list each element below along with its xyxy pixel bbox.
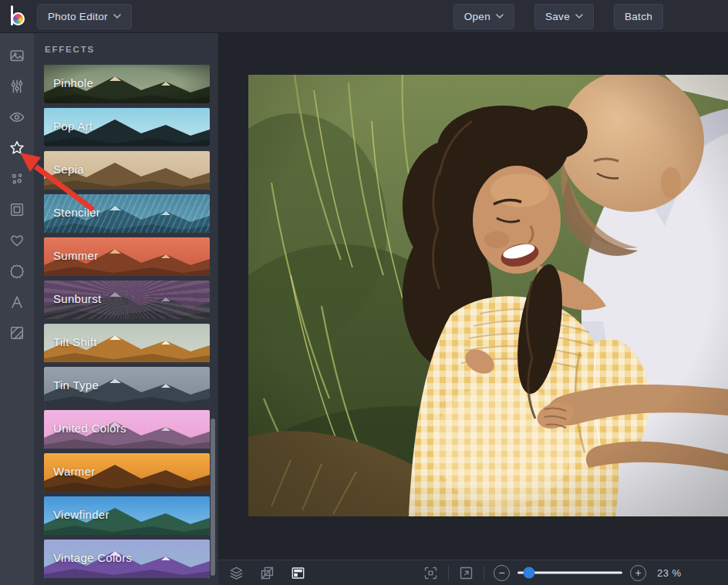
image-icon [8,47,25,64]
panel-scrollbar[interactable] [211,419,215,576]
zoom-out-button[interactable]: − [494,565,510,581]
toolbar-separator [448,566,449,580]
toolbar-right-group: − + 23 % [423,565,685,581]
effect-label: Tilt Shift [53,335,97,348]
effect-united-colors[interactable]: United Colors [44,410,210,449]
effect-label: Vintage Colors [53,551,132,564]
chevron-down-icon [496,14,504,18]
zoom-percent: 23 % [657,567,685,579]
star-icon [8,140,25,156]
toolbar-separator [484,566,484,580]
transform-icon [259,565,275,581]
effects-list: PinholePop ArtSepiaStencilerSummerSunbur… [44,65,218,578]
sliders-icon [8,78,25,95]
effect-pop-art[interactable]: Pop Art [44,108,210,146]
effects-panel: EFFECTS PinholePop ArtSepiaStencilerSumm… [34,33,218,585]
eye-icon [8,109,25,126]
sidebar-tool-dots[interactable] [0,163,34,194]
sidebar-tool-heart[interactable] [0,225,34,256]
layout-icon [290,565,306,581]
effect-label: United Colors [53,422,126,435]
effect-warmer[interactable]: Warmer [44,453,210,492]
heart-icon [8,232,25,249]
fullscreen-icon [458,565,474,581]
sidebar-tool-sliders[interactable] [0,71,34,102]
canvas-photo[interactable] [248,75,728,516]
canvas-area: − + 23 % [218,33,728,585]
badge-icon [8,263,25,280]
sidebar-tool-frame[interactable] [0,194,34,225]
tool-sidebar [0,33,34,585]
save-button-label: Save [545,11,570,22]
effect-label: Summer [53,249,98,262]
plus-icon: + [635,567,641,578]
text-icon [8,294,25,311]
effect-summer[interactable]: Summer [44,237,210,276]
chevron-down-icon [575,14,583,18]
effect-stenciler[interactable]: Stenciler [44,194,210,233]
sidebar-tool-eye[interactable] [0,102,34,133]
toolbar-left-group [228,565,306,581]
logo-color-wheel [12,12,25,25]
texture-icon [8,324,25,341]
effect-label: Sepia [53,163,84,176]
layout-button[interactable] [290,565,306,581]
effect-label: Stenciler [53,206,100,219]
app-root: Photo Editor OpenSaveBatch EFFECTS Pinho… [0,0,728,585]
effect-viewfinder[interactable]: Viewfinder [44,496,210,535]
topbar: Photo Editor OpenSaveBatch [0,0,728,33]
effects-panel-title: EFFECTS [45,45,218,54]
batch-button[interactable]: Batch [614,4,663,29]
layers-button[interactable] [228,565,244,581]
befunky-logo[interactable] [6,3,29,29]
open-button[interactable]: Open [453,4,514,29]
photo-editor-menu-button[interactable]: Photo Editor [37,4,132,29]
chevron-down-icon [113,14,121,18]
effect-label: Pop Art [53,119,93,133]
sidebar-tool-badge[interactable] [0,256,34,287]
effect-label: Pinhole [53,76,93,89]
minus-icon: − [498,567,504,578]
batch-button-label: Batch [625,11,652,22]
effect-label: Viewfinder [53,508,110,521]
effect-label: Tin Type [53,378,99,392]
photo-editor-menu-label: Photo Editor [48,11,108,22]
zoom-in-button[interactable]: + [630,565,646,581]
effect-sunburst[interactable]: Sunburst [44,281,210,319]
open-button-label: Open [464,11,490,22]
effect-vintage-colors[interactable]: Vintage Colors [44,540,210,578]
zoom-slider[interactable] [517,565,622,581]
topbar-actions: OpenSaveBatch [453,4,663,29]
save-button[interactable]: Save [534,4,594,29]
effect-label: Sunburst [53,292,101,305]
fit-screen-icon [423,565,439,581]
effect-tin-type[interactable]: Tin Type [44,367,210,405]
fullscreen-button[interactable] [458,565,474,581]
effect-sepia[interactable]: Sepia [44,151,210,190]
effect-label: Warmer [53,465,96,478]
fit-screen-button[interactable] [423,565,439,581]
effect-pinhole[interactable]: Pinhole [44,65,210,103]
frame-icon [8,201,25,218]
canvas-toolbar: − + 23 % [218,560,728,585]
sidebar-tool-text[interactable] [0,287,34,318]
transform-button[interactable] [259,565,275,581]
sidebar-tool-image[interactable] [0,40,34,71]
zoom-slider-knob[interactable] [523,567,534,579]
layers-icon [228,565,244,581]
dots-icon [8,170,25,187]
sidebar-tool-star[interactable] [0,133,34,163]
sidebar-tool-texture[interactable] [0,318,34,348]
effect-tilt-shift[interactable]: Tilt Shift [44,324,210,362]
